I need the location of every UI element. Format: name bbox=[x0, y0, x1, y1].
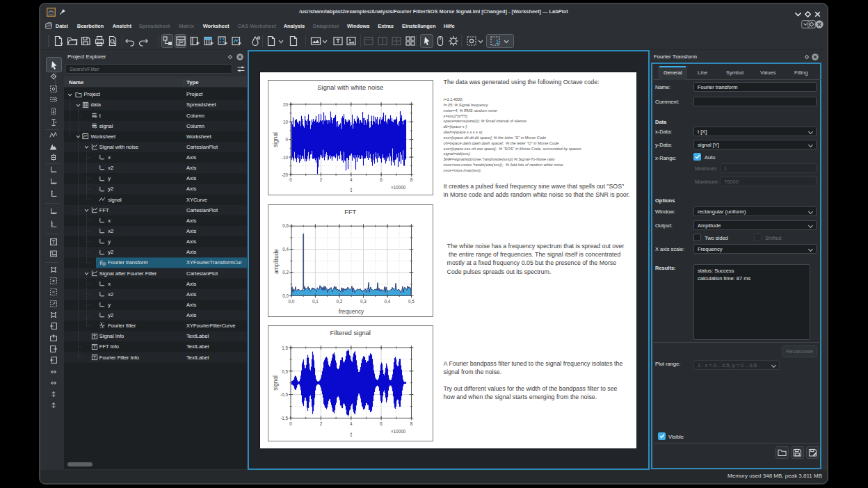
svg-text:1: 1 bbox=[496, 38, 499, 45]
